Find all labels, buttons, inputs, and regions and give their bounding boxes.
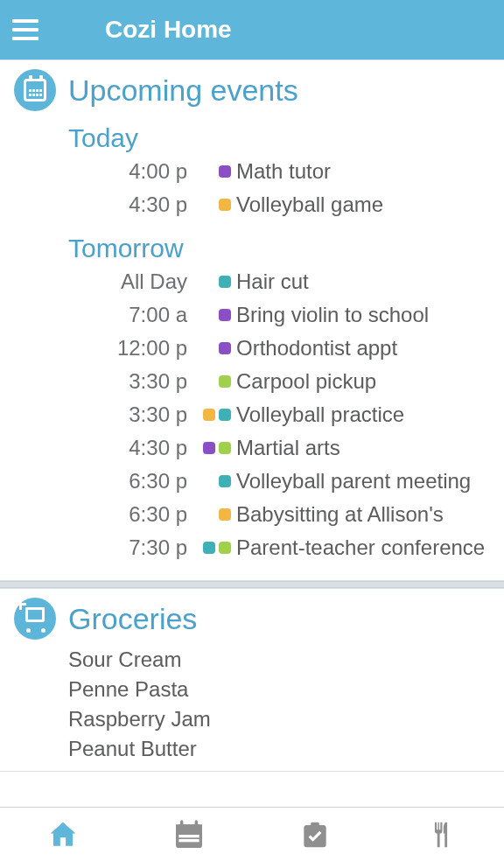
member-dot-teal: [203, 542, 215, 554]
upcoming-events-card[interactable]: Upcoming events Today4:00 pMath tutor4:3…: [0, 60, 504, 581]
svg-rect-1: [176, 824, 202, 831]
event-time: 3:30 p: [14, 398, 187, 431]
event-time: 6:30 p: [14, 465, 187, 498]
event-name: Martial arts: [236, 431, 340, 465]
event-row[interactable]: 4:30 pMartial arts: [14, 431, 490, 465]
event-time: All Day: [14, 265, 187, 298]
event-row[interactable]: 7:30 pParent-teacher conference: [14, 531, 490, 564]
event-time: 6:30 p: [14, 498, 187, 531]
svg-rect-4: [180, 820, 183, 827]
event-time: 4:30 p: [14, 431, 187, 465]
event-name: Babysitting at Allison's: [236, 498, 444, 531]
grocery-item[interactable]: Peanut Butter: [68, 734, 490, 764]
groceries-header: Groceries: [14, 594, 490, 640]
member-dot-teal: [219, 409, 231, 421]
event-row[interactable]: 4:00 pMath tutor: [14, 155, 490, 188]
member-dot-green: [219, 442, 231, 454]
event-time: 7:30 p: [14, 531, 187, 564]
event-row[interactable]: 6:30 pVolleyball parent meeting: [14, 465, 490, 498]
event-name: Hair cut: [236, 265, 309, 298]
tab-meals[interactable]: [420, 814, 462, 856]
event-name: Parent-teacher conference: [236, 531, 485, 564]
svg-rect-7: [311, 822, 319, 827]
event-name: Volleyball practice: [236, 398, 404, 431]
event-member-dots: [187, 165, 236, 178]
event-row[interactable]: All DayHair cut: [14, 265, 490, 298]
member-dot-teal: [219, 276, 231, 288]
grocery-item[interactable]: Penne Pasta: [68, 675, 490, 704]
event-row[interactable]: 4:30 pVolleyball game: [14, 188, 490, 221]
member-dot-green: [219, 375, 231, 388]
member-dot-teal: [219, 475, 231, 487]
upcoming-events-header: Upcoming events: [14, 66, 490, 111]
upcoming-events-title: Upcoming events: [68, 74, 298, 108]
event-member-dots: [187, 542, 236, 554]
card-divider: [0, 581, 504, 588]
cart-circle-icon: [14, 598, 56, 640]
event-row[interactable]: 3:30 pCarpool pickup: [14, 365, 490, 398]
event-time: 12:00 p: [14, 332, 187, 365]
event-member-dots: [187, 442, 236, 454]
groceries-card[interactable]: Groceries Sour CreamPenne PastaRaspberry…: [0, 588, 504, 772]
event-member-dots: [187, 309, 236, 321]
member-dot-purple: [219, 342, 231, 354]
event-group-label: Tomorrow: [68, 234, 490, 263]
app-header: Cozi Home: [0, 0, 504, 60]
tab-calendar[interactable]: [168, 814, 210, 856]
member-dot-orange: [219, 199, 231, 211]
event-member-dots: [187, 409, 236, 421]
calendar-circle-icon: [14, 69, 56, 111]
event-row[interactable]: 12:00 pOrthodontist appt: [14, 332, 490, 365]
event-group-label: Today: [68, 123, 490, 153]
svg-rect-3: [178, 839, 199, 842]
event-time: 7:00 a: [14, 298, 187, 332]
event-name: Carpool pickup: [236, 365, 376, 398]
member-dot-orange: [219, 508, 231, 521]
event-member-dots: [187, 475, 236, 487]
tab-home[interactable]: [42, 814, 84, 856]
event-name: Orthodontist appt: [236, 332, 397, 365]
menu-icon[interactable]: [12, 14, 44, 46]
bottom-tabbar: [0, 807, 504, 861]
event-member-dots: [187, 276, 236, 288]
groceries-title: Groceries: [68, 602, 197, 636]
member-dot-purple: [219, 309, 231, 321]
event-row[interactable]: 3:30 pVolleyball practice: [14, 398, 490, 431]
tab-lists[interactable]: [294, 814, 336, 856]
event-name: Math tutor: [236, 155, 331, 188]
member-dot-purple: [203, 442, 215, 454]
member-dot-purple: [219, 165, 231, 178]
event-row[interactable]: 6:30 pBabysitting at Allison's: [14, 498, 490, 531]
event-row[interactable]: 7:00 aBring violin to school: [14, 298, 490, 332]
grocery-item[interactable]: Raspberry Jam: [68, 704, 490, 734]
event-time: 4:00 p: [14, 155, 187, 188]
page-title: Cozi Home: [105, 16, 232, 44]
event-member-dots: [187, 375, 236, 388]
member-dot-orange: [203, 409, 215, 421]
event-name: Bring violin to school: [236, 298, 429, 332]
event-time: 4:30 p: [14, 188, 187, 221]
event-name: Volleyball parent meeting: [236, 465, 471, 498]
event-name: Volleyball game: [236, 188, 383, 221]
svg-rect-5: [195, 820, 198, 827]
event-member-dots: [187, 508, 236, 521]
member-dot-green: [219, 542, 231, 554]
svg-rect-2: [178, 835, 199, 837]
event-member-dots: [187, 199, 236, 211]
grocery-item[interactable]: Sour Cream: [68, 645, 490, 675]
event-member-dots: [187, 342, 236, 354]
event-time: 3:30 p: [14, 365, 187, 398]
